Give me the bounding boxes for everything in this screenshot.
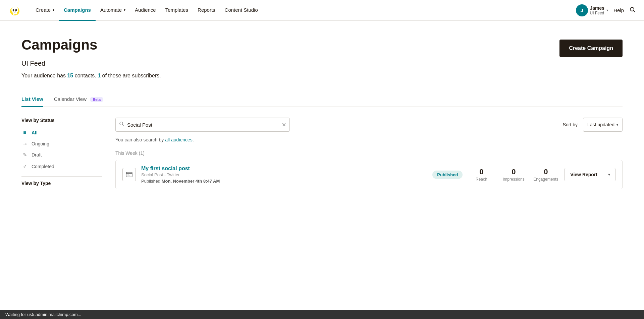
audience-info: Your audience has 15 contacts. 1 of thes… bbox=[21, 73, 623, 79]
sidebar-status-title: View by Status bbox=[21, 118, 102, 123]
nav-item-automate[interactable]: Automate ▾ bbox=[96, 0, 130, 21]
nav-item-campaigns[interactable]: Campaigns bbox=[59, 0, 96, 21]
metric-reach: 0 Reach bbox=[468, 168, 495, 182]
chevron-down-icon: ▾ bbox=[124, 8, 125, 12]
metric-impressions: 0 Impressions bbox=[500, 168, 527, 182]
filter-row: ✕ Sort by Last updated ▾ bbox=[115, 118, 623, 132]
campaign-type-icon bbox=[122, 168, 136, 181]
sidebar-type-title: View by Type bbox=[21, 181, 102, 186]
search-box: ✕ bbox=[115, 118, 290, 132]
all-audiences-link[interactable]: all audiences bbox=[165, 137, 193, 142]
view-tabs: List View Calendar View Beta bbox=[21, 92, 623, 107]
svg-rect-9 bbox=[126, 172, 132, 177]
sidebar-item-completed[interactable]: ✓ Completed bbox=[21, 161, 102, 172]
contacts-count: 15 bbox=[67, 73, 73, 78]
user-sub: UI Feed bbox=[590, 11, 605, 15]
check-icon: ✓ bbox=[21, 163, 28, 170]
ongoing-icon: ⇢ bbox=[21, 141, 28, 146]
svg-point-3 bbox=[13, 10, 14, 10]
search-icon bbox=[119, 121, 124, 128]
tab-calendar-view[interactable]: Calendar View Beta bbox=[54, 92, 103, 107]
campaign-date: Published Mon, November 4th 8:47 AM bbox=[141, 179, 427, 184]
nav-item-content-studio[interactable]: Content Studio bbox=[220, 0, 263, 21]
svg-line-8 bbox=[122, 125, 124, 126]
content-area: View by Status ≡ All ⇢ Ongoing ✎ Draft ✓… bbox=[21, 118, 623, 190]
view-report-button[interactable]: View Report ▾ bbox=[565, 168, 615, 181]
view-report-label: View Report bbox=[565, 168, 603, 181]
sidebar-item-draft[interactable]: ✎ Draft bbox=[21, 149, 102, 161]
nav-item-create[interactable]: Create ▾ bbox=[31, 0, 59, 21]
logo[interactable] bbox=[8, 4, 21, 17]
create-campaign-button[interactable]: Create Campaign bbox=[559, 40, 623, 57]
user-name: James bbox=[590, 5, 605, 11]
sort-by-label: Sort by bbox=[563, 122, 578, 127]
help-link[interactable]: Help bbox=[613, 7, 624, 13]
nav-item-reports[interactable]: Reports bbox=[193, 0, 220, 21]
chevron-down-icon[interactable]: ▾ bbox=[603, 168, 615, 181]
sort-dropdown[interactable]: Last updated ▾ bbox=[583, 118, 623, 132]
search-icon[interactable] bbox=[629, 6, 636, 14]
divider bbox=[21, 176, 102, 177]
nav-item-templates[interactable]: Templates bbox=[161, 0, 193, 21]
tab-list-view[interactable]: List View bbox=[21, 92, 43, 107]
page-title: Campaigns bbox=[21, 37, 97, 53]
status-badge: Published bbox=[432, 171, 463, 179]
sidebar-item-ongoing[interactable]: ⇢ Ongoing bbox=[21, 138, 102, 149]
user-menu[interactable]: J James UI Feed ▾ bbox=[576, 4, 608, 16]
chevron-down-icon: ▾ bbox=[606, 8, 608, 12]
campaign-type: Social Post - Twitter bbox=[141, 172, 427, 177]
main-content: Campaigns Create Campaign UI Feed Your a… bbox=[0, 21, 644, 203]
chevron-down-icon: ▾ bbox=[616, 123, 618, 127]
nav-item-audience[interactable]: Audience bbox=[130, 0, 161, 21]
clear-search-icon[interactable]: ✕ bbox=[282, 122, 286, 128]
audience-name: UI Feed bbox=[21, 60, 623, 67]
svg-line-6 bbox=[634, 11, 635, 12]
nav-items: Create ▾ Campaigns Automate ▾ Audience T… bbox=[31, 0, 576, 21]
user-details: James UI Feed bbox=[590, 5, 605, 15]
week-label: This Week (1) bbox=[115, 150, 623, 156]
metric-engagements: 0 Engagements bbox=[532, 168, 559, 182]
campaign-info: My first social post Social Post - Twitt… bbox=[141, 166, 427, 184]
beta-badge: Beta bbox=[90, 97, 103, 102]
draft-icon: ✎ bbox=[21, 152, 28, 158]
navbar: Create ▾ Campaigns Automate ▾ Audience T… bbox=[0, 0, 644, 21]
campaign-name[interactable]: My first social post bbox=[141, 166, 427, 172]
nav-right: J James UI Feed ▾ Help bbox=[576, 4, 636, 16]
chevron-down-icon: ▾ bbox=[53, 8, 54, 12]
also-search: You can also search by all audiences. bbox=[115, 137, 623, 142]
subscribers-count: 1 bbox=[98, 73, 101, 78]
sidebar: View by Status ≡ All ⇢ Ongoing ✎ Draft ✓… bbox=[21, 118, 115, 190]
campaign-card: My first social post Social Post - Twitt… bbox=[115, 160, 623, 189]
avatar: J bbox=[576, 4, 588, 16]
sidebar-item-all[interactable]: ≡ All bbox=[21, 127, 102, 138]
svg-point-4 bbox=[16, 10, 17, 10]
list-icon: ≡ bbox=[21, 130, 28, 136]
search-input[interactable] bbox=[127, 122, 279, 128]
campaign-list: ✕ Sort by Last updated ▾ You can also se… bbox=[115, 118, 623, 190]
